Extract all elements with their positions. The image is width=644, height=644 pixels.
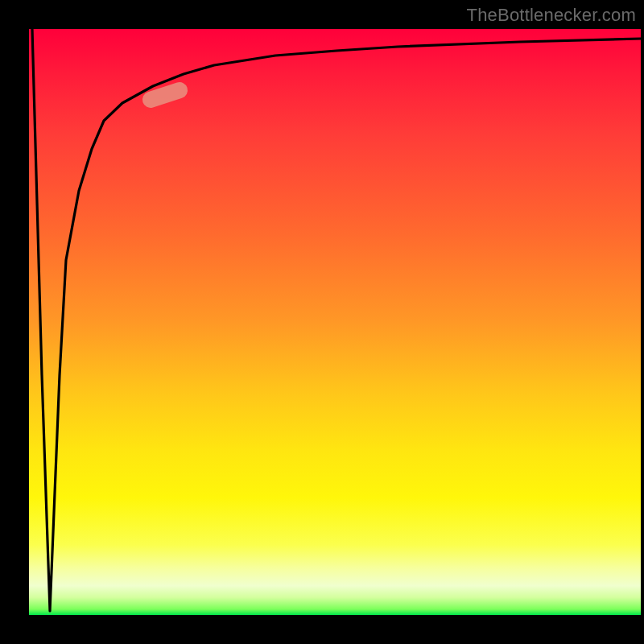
bottleneck-curve [29,29,641,615]
watermark-text: TheBottlenecker.com [467,5,636,26]
plot-area [29,29,641,615]
chart-container: TheBottlenecker.com [0,0,644,644]
curve-highlight [140,80,189,110]
